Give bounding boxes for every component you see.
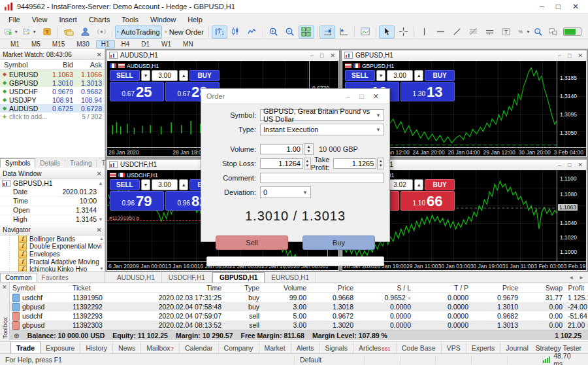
buy-button[interactable]: BUY xyxy=(425,70,455,81)
tf-m1[interactable]: M1 xyxy=(5,40,25,48)
indicators-button[interactable] xyxy=(357,26,373,39)
text-tool-icon[interactable]: T xyxy=(498,26,514,39)
signal-broadcast-button[interactable] xyxy=(93,26,109,39)
zoom-out-icon[interactable] xyxy=(282,26,298,39)
new-chart-button[interactable]: ▼ xyxy=(3,26,20,39)
arrows-tool-icon[interactable]: %▼ xyxy=(515,26,532,39)
table-row[interactable]: gbpusd 11392303 2020.02.04 08:13:52 sell… xyxy=(10,321,588,330)
col-bid[interactable]: Bid xyxy=(42,61,73,69)
autotrading-button[interactable]: AutoTrading xyxy=(115,26,162,39)
market-watch-row-usdchf[interactable]: ◆ USDCHF 0.9679 0.9682 xyxy=(0,87,105,96)
chart-tab-audusd[interactable]: AUDUSD,H1 xyxy=(110,272,162,283)
buy-button[interactable]: BUY xyxy=(425,179,455,190)
maximize-icon[interactable]: □ xyxy=(568,162,571,168)
chart-window-titlebar[interactable]: AUDUSD,H1 –□✕ xyxy=(106,50,339,60)
sell-button[interactable]: SELL xyxy=(110,179,140,190)
tab-mailbox[interactable]: Mailbox7 xyxy=(141,342,180,354)
toolbox-close-icon[interactable]: ✕ xyxy=(2,284,7,290)
horizontal-line-tool-icon[interactable] xyxy=(433,26,449,39)
sell-price[interactable]: 0.6725 xyxy=(110,82,164,101)
buy-button[interactable]: Buy xyxy=(302,235,375,250)
tab-details[interactable]: Details xyxy=(35,160,65,167)
menu-window[interactable]: Window xyxy=(144,15,182,24)
type-select[interactable]: Instant Execution▼ xyxy=(260,124,384,135)
tf-m30[interactable]: M30 xyxy=(71,40,94,48)
profiles-button[interactable]: ▼ xyxy=(21,26,39,39)
tab-code-base[interactable]: Code Base xyxy=(397,342,442,354)
volume-increase-icon[interactable]: ▲ xyxy=(179,179,188,190)
fibonacci-tool-icon[interactable] xyxy=(466,26,482,39)
volume-decrease-icon[interactable]: ▼ xyxy=(376,70,385,81)
volume-value[interactable]: 3.00 xyxy=(152,179,178,190)
new-order-button[interactable]: New Order xyxy=(163,26,206,39)
volume-value[interactable]: 3.02 xyxy=(387,179,413,190)
nav-item-frama[interactable]: fFractal Adaptive Moving xyxy=(0,258,105,266)
expand-icon[interactable]: ⊕ xyxy=(14,332,20,339)
table-row[interactable]: usdchf 11391950 2020.02.03 17:31:25 buy … xyxy=(10,293,588,302)
candlestick-mode-icon[interactable] xyxy=(228,26,244,39)
menu-charts[interactable]: Charts xyxy=(83,15,116,24)
symbol-select[interactable]: GBPUSD, Great Britain Pound vs US Dollar… xyxy=(260,109,384,121)
tab-vps[interactable]: VPS xyxy=(442,342,466,354)
tf-h1[interactable]: H1 xyxy=(96,40,115,48)
nav-item-ichimoku[interactable]: fIchimoku Kinko Hyo xyxy=(0,266,105,271)
close-icon[interactable]: ✕ xyxy=(330,52,335,59)
search-icon[interactable] xyxy=(533,27,543,37)
bar-chart-mode-icon[interactable]: 1 xyxy=(212,26,227,39)
tab-history[interactable]: History xyxy=(80,342,113,354)
menu-insert[interactable]: Insert xyxy=(53,15,83,24)
toolbox-vertical-label[interactable]: Toolbox xyxy=(1,317,8,339)
trendline-tool-icon[interactable] xyxy=(449,26,465,39)
market-watch-row-gbpusd[interactable]: ◆ GBPUSD 1.3010 1.3013 xyxy=(0,78,105,87)
tab-alerts[interactable]: Alerts xyxy=(291,342,320,354)
stop-loss-spinner[interactable]: ▲▼ xyxy=(304,158,311,169)
tf-w1[interactable]: W1 xyxy=(156,40,176,48)
data-window-close-icon[interactable]: ✕ xyxy=(97,170,102,177)
table-row[interactable]: gbpusd 11392292 2020.02.04 07:58:48 buy … xyxy=(10,302,588,311)
volume-spinner[interactable]: ▲▼ xyxy=(304,143,314,155)
col-ask[interactable]: Ask xyxy=(73,61,105,69)
minimize-icon[interactable]: – xyxy=(310,52,314,59)
close-icon[interactable]: ✕ xyxy=(373,92,379,101)
nav-item-dema[interactable]: fDouble Exponential Movi xyxy=(0,243,105,251)
tab-common[interactable]: Common xyxy=(0,273,37,282)
strategy-tester-label[interactable]: Strategy Tester xyxy=(536,344,588,352)
tab-experts[interactable]: Experts xyxy=(466,342,501,354)
market-watch-row-eurusd[interactable]: ◆ EURUSD 1.1063 1.1066 xyxy=(0,70,105,78)
maximize-icon[interactable]: □ xyxy=(320,52,323,59)
maximize-icon[interactable]: □ xyxy=(568,52,571,59)
profile-indicator[interactable]: Default xyxy=(295,355,365,364)
data-folder-button[interactable]: $ xyxy=(39,26,55,39)
col-symbol[interactable]: Symbol xyxy=(0,61,42,69)
volume-value[interactable]: 3.00 xyxy=(387,70,413,81)
navigator-close-icon[interactable]: ✕ xyxy=(97,226,102,234)
deviation-select[interactable]: 0▼ xyxy=(260,186,311,198)
menu-file[interactable]: File xyxy=(3,15,26,24)
payments-button[interactable] xyxy=(61,26,76,39)
tf-d1[interactable]: D1 xyxy=(136,40,155,48)
sell-button[interactable]: SELL xyxy=(345,70,375,81)
nav-item-bollinger[interactable]: fBollinger Bands xyxy=(0,235,105,243)
minimize-icon[interactable]: – xyxy=(558,162,561,168)
sell-button[interactable]: SELL xyxy=(110,70,140,81)
market-watch-close-icon[interactable]: ✕ xyxy=(97,51,102,58)
close-icon[interactable]: ✕ xyxy=(572,2,579,11)
navigator-scrollbar[interactable]: ▲▼ xyxy=(99,235,105,272)
tab-trading[interactable]: Trading xyxy=(65,160,97,167)
tab-symbols[interactable]: Symbols xyxy=(0,158,35,167)
scroll-down-icon[interactable]: ▼ xyxy=(98,217,105,222)
close-icon[interactable]: ✕ xyxy=(578,52,583,59)
tab-favorites[interactable]: Favorites xyxy=(37,274,73,281)
take-profit-spinner[interactable]: ▲▼ xyxy=(377,158,384,169)
tab-scroll-left-icon[interactable]: ◄ xyxy=(568,275,574,281)
minimize-icon[interactable]: – xyxy=(346,92,350,100)
order-dialog-titlebar[interactable]: Order –□✕ xyxy=(201,89,389,104)
tile-windows-icon[interactable] xyxy=(299,26,314,39)
tab-scroll-right-icon[interactable]: ► xyxy=(579,275,584,281)
volume-value[interactable]: 3.00 xyxy=(152,70,178,81)
buy-price[interactable]: 1.1066 xyxy=(400,191,455,211)
volume-decrease-icon[interactable]: ▼ xyxy=(141,179,150,190)
crosshair-icon[interactable] xyxy=(395,26,411,39)
tf-m5[interactable]: M5 xyxy=(26,40,46,48)
scroll-up-icon[interactable]: ▲ xyxy=(98,181,105,186)
